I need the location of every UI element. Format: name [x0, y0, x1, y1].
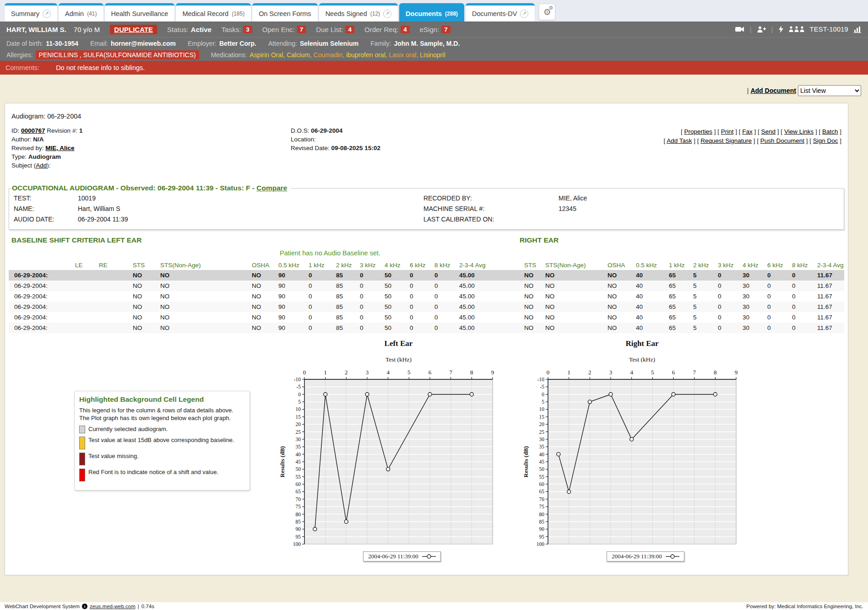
medication-item[interactable]: ibuprofen oral, — [346, 51, 389, 59]
revised-by-link[interactable]: MIE, Alice — [45, 145, 74, 151]
cell: NO — [544, 302, 606, 312]
action-add-task[interactable]: Add Task — [667, 137, 692, 144]
action-send[interactable]: Send — [761, 128, 776, 135]
external-link-icon[interactable]: ↗ — [43, 10, 51, 18]
lightning-icon[interactable] — [779, 26, 783, 33]
medication-item[interactable]: Aspirin Oral, — [250, 51, 287, 59]
svg-text:Test (kHz): Test (kHz) — [385, 356, 412, 363]
table-row[interactable]: 06-29-2004:NONONO900850500045.00NONONO40… — [9, 291, 844, 302]
cell: 0 — [307, 281, 335, 291]
action-view-links[interactable]: View Links — [784, 128, 814, 135]
cell: NO — [250, 270, 277, 281]
revision-value: 1 — [79, 127, 83, 134]
info-icon[interactable]: i — [82, 604, 87, 609]
cell: 85 — [335, 270, 358, 281]
tab-needs-signed[interactable]: Needs Signed(12)↗ — [319, 3, 398, 22]
cell: 40 — [635, 312, 667, 323]
badge-count[interactable]: 4 — [401, 26, 410, 33]
medication-item[interactable]: Calcium, — [287, 51, 313, 59]
svg-text:2: 2 — [588, 369, 591, 376]
cell: 0 — [307, 323, 335, 333]
badge-count[interactable]: 7 — [297, 26, 306, 33]
document-id-link[interactable]: 0000767 — [21, 127, 45, 134]
badge-count[interactable]: 3 — [243, 26, 252, 33]
action-batch[interactable]: Batch — [822, 128, 838, 135]
svg-text:-5: -5 — [540, 384, 544, 389]
email-value[interactable]: horner@mieweb.com — [111, 40, 176, 47]
add-person-icon[interactable] — [757, 26, 766, 33]
footer-host-link[interactable]: zeus.med-web.com — [90, 604, 136, 609]
tab-admin[interactable]: Admin(41) — [59, 3, 103, 22]
svg-text:7: 7 — [449, 369, 452, 376]
action-request-signature[interactable]: Request Signature — [700, 137, 752, 144]
audiogram-header: OCCUPATIONAL AUDIOGRAM - Observed: 06-29… — [12, 184, 291, 192]
tab-summary[interactable]: Summary↗ — [5, 3, 57, 22]
bar-chart-icon[interactable] — [854, 26, 862, 33]
patient-header-bar: HART, WILLIAM S. 70 y/o M DUPLICATE Stat… — [0, 22, 868, 38]
medication-item[interactable]: Lasix oral, — [389, 51, 420, 59]
cell: NO — [523, 312, 544, 323]
tab-medical-record[interactable]: Medical Record(185) — [176, 3, 251, 22]
cell: 85 — [335, 302, 358, 312]
column-header: 1 kHz — [307, 260, 335, 270]
svg-text:Test (kHz): Test (kHz) — [629, 356, 655, 363]
table-row[interactable]: 06-29-2004:NONONO900850500045.00NONONO40… — [9, 323, 844, 333]
cell — [98, 302, 131, 312]
compare-link[interactable]: Compare — [256, 184, 287, 192]
legend-text: Test value at least 15dB above correspon… — [88, 437, 234, 444]
table-row[interactable]: 06-29-2004:NONONO900850500045.00NONONO40… — [9, 270, 844, 281]
tab-documents[interactable]: Documents(288) — [399, 3, 464, 22]
external-link-icon[interactable]: ↗ — [520, 10, 528, 18]
cell: 30 — [741, 270, 766, 281]
add-document-link[interactable]: Add Document — [750, 87, 796, 94]
action-push-document[interactable]: Push Document — [760, 137, 804, 144]
patients-group-icon[interactable] — [789, 26, 804, 32]
allergies-value[interactable]: PENICILLINS , SULFA(SULFONAMIDE ANTIBIOT… — [36, 50, 199, 59]
medication-item[interactable]: Coumadin, — [314, 51, 347, 59]
gap-cell — [498, 291, 523, 302]
cell — [74, 281, 98, 291]
view-select[interactable]: List View — [798, 85, 861, 96]
video-camera-icon[interactable] — [735, 26, 744, 32]
action-print[interactable]: Print — [721, 128, 734, 135]
svg-text:4: 4 — [630, 369, 633, 376]
tab-on-screen-forms[interactable]: On Screen Forms — [252, 3, 317, 22]
legend-swatch — [79, 437, 85, 449]
action-sign-doc[interactable]: Sign Doc — [813, 137, 838, 144]
svg-text:1: 1 — [324, 369, 327, 376]
table-row[interactable]: 06-29-2004:NONONO900850500045.00NONONO40… — [9, 302, 844, 312]
svg-text:0: 0 — [542, 392, 544, 397]
separator: | — [771, 26, 773, 33]
badge-label: eSign: — [420, 26, 439, 33]
tab-documents-dv[interactable]: Documents-DV↗ — [466, 3, 535, 22]
badge-count[interactable]: 7 — [441, 26, 450, 33]
svg-text:3: 3 — [609, 369, 613, 376]
employer-value: Better Corp. — [219, 40, 256, 47]
revised-date-value: 09-08-2025 15:02 — [331, 145, 380, 151]
cell: NO — [159, 323, 250, 333]
action-properties[interactable]: Properties — [684, 128, 712, 135]
duplicate-flag[interactable]: DUPLICATE — [110, 25, 157, 34]
badge-count[interactable]: 4 — [345, 26, 354, 33]
cell: NO — [159, 270, 250, 281]
tab-health-surveillance[interactable]: Health Surveillance — [105, 3, 175, 22]
cell: NO — [159, 291, 250, 302]
external-link-icon[interactable]: ↗ — [383, 10, 391, 18]
cell: NO — [606, 291, 635, 302]
subject-add-link[interactable]: Add — [36, 162, 47, 169]
svg-text:10: 10 — [296, 406, 301, 412]
medication-item[interactable]: Lisinopril — [420, 51, 445, 59]
cell: 0 — [358, 323, 383, 333]
cell: 0 — [716, 312, 741, 323]
svg-text:9: 9 — [491, 369, 494, 376]
audiogram-header-box: OCCUPATIONAL AUDIOGRAM - Observed: 06-29… — [9, 184, 844, 230]
legend-swatch — [79, 469, 85, 481]
table-row[interactable]: 06-29-2004:NONONO900850500045.00NONONO40… — [9, 281, 844, 291]
cell — [98, 270, 131, 281]
cell: 0 — [408, 291, 433, 302]
tab-count: (288) — [445, 11, 458, 17]
settings-button[interactable]: ⚙ ⚙ — [539, 4, 555, 20]
table-row[interactable]: 06-29-2004:NONONO900850500045.00NONONO40… — [9, 312, 844, 323]
status-bar: WebChart Development System i zeus.med-w… — [0, 602, 868, 610]
action-fax[interactable]: Fax — [742, 128, 753, 135]
